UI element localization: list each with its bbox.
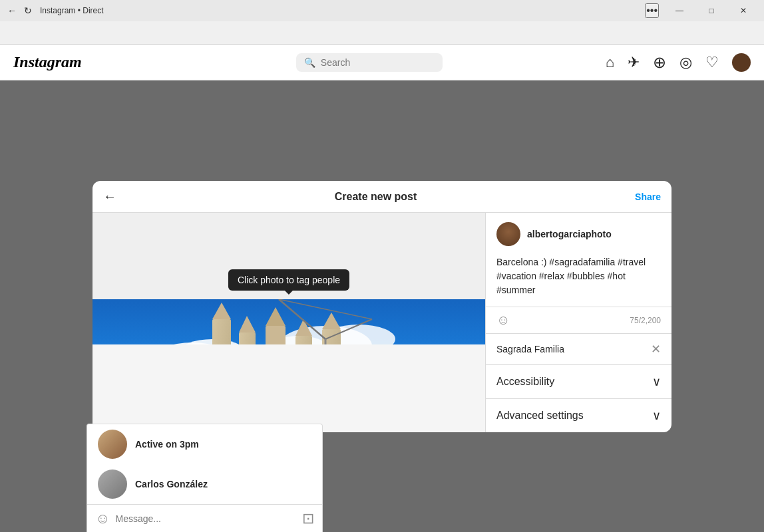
app-nav: ⌂ ✈ ⊕ ◎ ♡ [606,53,751,72]
photo-panel[interactable]: Click photo to tag people [93,213,485,432]
more-button[interactable]: ••• [645,3,659,18]
window-close-button[interactable]: ✕ [728,0,759,21]
post-user-avatar [496,222,520,246]
share-button[interactable]: Share [635,192,661,202]
modal-back-button[interactable]: ← [103,189,116,204]
create-icon[interactable]: ⊕ [653,53,666,72]
user-info-row: albertogarciaphoto [486,213,671,255]
back-button[interactable]: ← [5,4,19,17]
back-icon: ← [7,5,17,16]
create-post-modal: ← Create new post Share Click photo to t… [93,181,671,432]
message-emoji-icon[interactable]: ☺ [95,510,110,527]
close-icon: ✕ [651,342,661,356]
direct-icon[interactable]: ✈ [628,54,640,71]
search-bar[interactable]: 🔍 [296,53,443,72]
advanced-settings-header[interactable]: Advanced settings ∨ [486,399,671,432]
caption-area: Barcelona :) #sagradafamilia #travel #va… [486,255,671,307]
search-input[interactable] [321,57,435,68]
minimize-button[interactable]: — [664,0,695,21]
search-icon: 🔍 [304,57,315,68]
location-clear-button[interactable]: ✕ [651,342,661,356]
app-logo: Instagram [13,53,133,71]
dm-avatar-2 [98,469,127,499]
more-icon: ••• [646,5,658,16]
char-count: 75/2,200 [630,316,661,325]
dm-user-row-1[interactable]: Active on 3pm [87,424,322,464]
media-attach-icon[interactable]: ⊡ [302,510,314,527]
browser-title: Instagram • Direct [40,6,640,15]
location-name: Sagrada Familia [496,344,564,354]
caption-footer: ☺ 75/2,200 [486,307,671,333]
accessibility-label: Accessibility [496,376,554,388]
refresh-button[interactable]: ↻ [21,4,35,17]
dm-username-1: Active on 3pm [135,439,199,450]
modal-header: ← Create new post Share [93,181,671,213]
window-close-icon: ✕ [740,6,747,15]
minimize-icon: — [675,6,683,15]
emoji-button[interactable]: ☺ [496,313,510,328]
page-background: ← Create new post Share Click photo to t… [0,80,764,532]
explore-icon[interactable]: ◎ [679,54,692,71]
back-arrow-icon: ← [103,189,116,204]
post-username: albertogarciaphoto [527,229,612,239]
maximize-button[interactable]: □ [696,0,727,21]
heart-icon[interactable]: ♡ [705,54,719,71]
right-panel: albertogarciaphoto Barcelona :) #sagrada… [485,213,671,432]
home-icon[interactable]: ⌂ [606,54,614,71]
caption-text: Barcelona :) #sagradafamilia #travel #va… [496,257,646,295]
location-row: Sagrada Familia ✕ [486,333,671,364]
accessibility-chevron-icon: ∨ [652,374,661,389]
accessibility-section: Accessibility ∨ [486,364,671,398]
tag-tooltip: Click photo to tag people [228,269,349,291]
advanced-settings-section: Advanced settings ∨ [486,398,671,432]
advanced-settings-chevron-icon: ∨ [652,408,661,423]
dm-user-row-2[interactable]: Carlos González [87,464,322,504]
advanced-settings-label: Advanced settings [496,410,584,422]
modal-body: Click photo to tag people [93,213,671,432]
maximize-icon: □ [709,6,713,15]
modal-title: Create new post [335,191,417,203]
refresh-icon: ↻ [24,5,32,16]
message-input[interactable] [115,513,297,524]
dm-avatar-1 [98,430,127,459]
accessibility-header[interactable]: Accessibility ∨ [486,365,671,398]
user-avatar-nav[interactable] [732,53,751,72]
dm-username-2: Carlos González [135,479,208,489]
